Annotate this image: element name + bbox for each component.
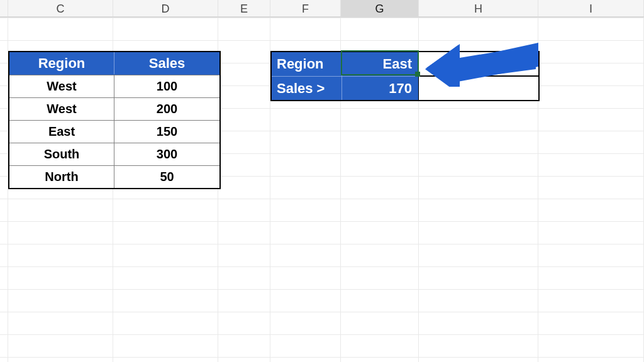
- cell-region[interactable]: West: [9, 75, 114, 97]
- col-header-f[interactable]: F: [270, 0, 341, 16]
- table-row: East 150: [9, 120, 219, 143]
- spreadsheet-view: C D E F G H I: [0, 0, 644, 362]
- column-headers: C D E F G H I: [0, 0, 644, 18]
- table-header-row: Region Sales: [9, 52, 219, 75]
- cell-sales[interactable]: 200: [114, 98, 219, 120]
- criteria-row-sales: Sales > 170: [272, 76, 538, 100]
- table-row: West 100: [9, 75, 219, 97]
- criteria-value-sales[interactable]: 170: [342, 76, 419, 100]
- criteria-value-region[interactable]: East: [342, 52, 419, 76]
- cell-sales[interactable]: 100: [114, 75, 219, 97]
- criteria-row-region: Region East 300: [272, 52, 538, 76]
- col-header-i[interactable]: I: [538, 0, 644, 16]
- table-row: North 50: [9, 165, 219, 188]
- table-row: South 300: [9, 143, 219, 165]
- criteria-label-region[interactable]: Region: [272, 52, 342, 76]
- cell-region[interactable]: South: [9, 143, 114, 165]
- table-row: West 200: [9, 97, 219, 120]
- header-region[interactable]: Region: [9, 52, 114, 74]
- cell-region[interactable]: East: [9, 121, 114, 143]
- cell-sales[interactable]: 300: [114, 143, 219, 165]
- col-header-d[interactable]: D: [113, 0, 218, 16]
- data-table: Region Sales West 100 West 200 East 150 …: [8, 51, 221, 189]
- empty-cell[interactable]: [419, 76, 538, 100]
- criteria-label-sales[interactable]: Sales >: [272, 76, 342, 100]
- col-header-h[interactable]: H: [419, 0, 538, 16]
- header-sales[interactable]: Sales: [114, 52, 219, 74]
- grid-area[interactable]: Region Sales West 100 West 200 East 150 …: [0, 18, 644, 362]
- col-header-e[interactable]: E: [218, 0, 270, 16]
- cell-sales[interactable]: 50: [114, 166, 219, 188]
- cell-sales[interactable]: 150: [114, 121, 219, 143]
- col-header-c[interactable]: C: [8, 0, 113, 16]
- result-cell[interactable]: 300: [419, 52, 538, 76]
- cell-region[interactable]: North: [9, 166, 114, 188]
- col-header-g[interactable]: G: [341, 0, 419, 16]
- cell-region[interactable]: West: [9, 98, 114, 120]
- criteria-block: Region East 300 Sales > 170: [270, 51, 540, 101]
- col-gutter: [0, 0, 8, 16]
